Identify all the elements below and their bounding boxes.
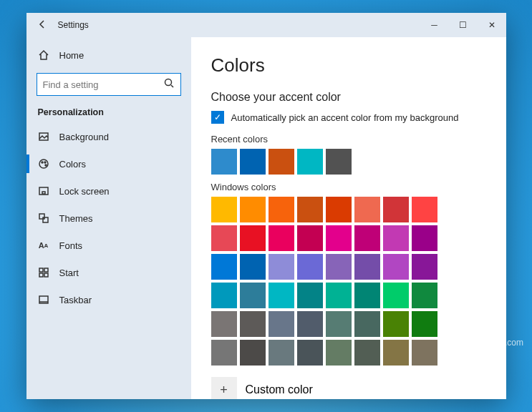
color-swatch[interactable] [326,149,352,175]
color-swatch[interactable] [211,283,237,308]
checkbox-label: Automatically pick an accent color from … [231,112,459,123]
color-swatch[interactable] [240,254,266,280]
color-swatch[interactable] [383,283,409,308]
content-pane: Colors Choose your accent color ✓ Automa… [191,37,506,399]
home-icon [38,49,49,61]
color-swatch[interactable] [383,197,409,222]
taskbar-icon [38,294,49,305]
auto-pick-checkbox-row[interactable]: ✓ Automatically pick an accent color fro… [211,111,486,124]
color-swatch[interactable] [297,311,323,337]
sidebar-item-fonts[interactable]: AA Fonts [26,232,191,259]
sidebar-item-colors[interactable]: Colors [26,150,191,177]
app-title: Settings [58,20,89,30]
color-swatch[interactable] [269,197,294,222]
sidebar-item-taskbar[interactable]: Taskbar [26,286,191,313]
color-swatch[interactable] [211,149,237,175]
color-swatch[interactable] [269,254,294,280]
custom-color-row[interactable]: + Custom color [211,377,486,399]
plus-icon: + [211,377,237,399]
sidebar-item-home[interactable]: Home [26,41,191,69]
color-swatch[interactable] [297,283,323,308]
color-swatch[interactable] [240,283,266,308]
color-swatch[interactable] [269,149,294,175]
close-button[interactable]: ✕ [478,13,506,37]
color-swatch[interactable] [211,225,237,251]
recent-colors-label: Recent colors [211,134,486,144]
svg-point-4 [44,162,46,163]
color-swatch[interactable] [326,197,352,222]
color-swatch[interactable] [412,225,437,251]
color-swatch[interactable] [211,197,237,222]
color-swatch[interactable] [412,254,437,280]
color-swatch[interactable] [211,254,237,280]
color-swatch[interactable] [383,340,409,366]
color-swatch[interactable] [326,225,352,251]
custom-color-label: Custom color [246,383,313,396]
color-swatch[interactable] [211,311,237,337]
svg-rect-9 [43,217,48,222]
svg-point-3 [42,162,43,163]
sidebar-item-lockscreen[interactable]: Lock screen [26,177,191,205]
color-swatch[interactable] [354,254,380,280]
search-input[interactable] [43,79,163,90]
sidebar-item-label: Lock screen [59,186,110,197]
color-swatch[interactable] [412,283,437,308]
search-box[interactable] [37,73,181,96]
svg-rect-11 [44,268,48,272]
checkbox-checked-icon: ✓ [211,111,224,124]
svg-point-0 [165,79,171,86]
back-button[interactable] [26,19,58,32]
sidebar-item-label: Colors [59,159,87,170]
svg-rect-12 [39,273,43,277]
color-swatch[interactable] [297,225,323,251]
color-swatch[interactable] [412,311,437,337]
windows-colors-label: Windows colors [211,182,486,192]
lock-icon [38,185,49,197]
color-swatch[interactable] [354,311,380,337]
sidebar-item-background[interactable]: Background [26,123,191,150]
themes-icon [38,212,49,224]
color-swatch[interactable] [326,283,352,308]
color-swatch[interactable] [354,225,380,251]
color-swatch[interactable] [269,283,294,308]
back-arrow-icon [37,19,48,30]
color-swatch[interactable] [297,197,323,222]
color-swatch[interactable] [354,197,380,222]
search-icon [163,77,175,92]
minimize-button[interactable]: ─ [420,13,449,37]
section-heading: Choose your accent color [211,91,486,104]
color-swatch[interactable] [412,197,437,222]
color-swatch[interactable] [383,254,409,280]
color-swatch[interactable] [326,340,352,366]
sidebar-item-themes[interactable]: Themes [26,205,191,232]
sidebar-item-start[interactable]: Start [26,259,191,286]
color-swatch[interactable] [354,340,380,366]
color-swatch[interactable] [240,149,266,175]
color-swatch[interactable] [269,340,294,366]
color-swatch[interactable] [269,225,294,251]
sidebar-item-label: Home [59,50,84,61]
color-swatch[interactable] [297,254,323,280]
sidebar: Home Personalization Background Colors L… [26,37,191,399]
color-swatch[interactable] [326,254,352,280]
color-swatch[interactable] [211,340,237,366]
sidebar-item-label: Taskbar [59,295,92,305]
color-swatch[interactable] [240,225,266,251]
color-swatch[interactable] [240,311,266,337]
color-swatch[interactable] [269,311,294,337]
palette-icon [38,158,49,170]
color-swatch[interactable] [297,149,323,175]
svg-rect-13 [44,273,48,277]
color-swatch[interactable] [326,311,352,337]
color-swatch[interactable] [240,197,266,222]
sidebar-item-label: Start [59,268,79,278]
maximize-button[interactable]: ☐ [449,13,478,37]
color-swatch[interactable] [383,225,409,251]
watermark: wsxdn.com [480,338,523,348]
color-swatch[interactable] [412,340,437,366]
color-swatch[interactable] [240,340,266,366]
svg-point-2 [39,160,48,168]
color-swatch[interactable] [354,283,380,308]
color-swatch[interactable] [383,311,409,337]
color-swatch[interactable] [297,340,323,366]
